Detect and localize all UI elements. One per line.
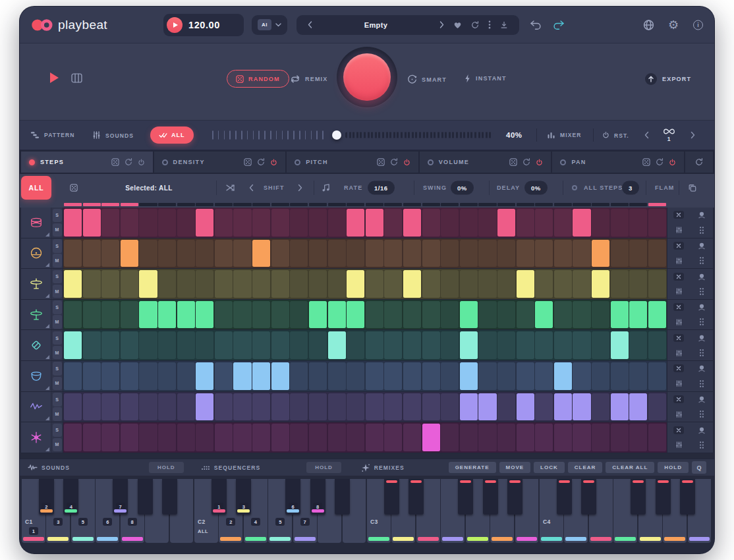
step-cell[interactable] <box>158 393 176 421</box>
step-cell[interactable] <box>177 301 195 329</box>
dice-icon[interactable] <box>244 158 252 166</box>
step-cell[interactable] <box>611 240 629 267</box>
step-cell[interactable] <box>629 240 647 267</box>
range-segment[interactable] <box>554 203 572 206</box>
step-cell[interactable] <box>177 424 195 451</box>
rate-value[interactable]: 1/16 <box>368 181 395 195</box>
step-cell[interactable] <box>629 393 647 421</box>
step-cell[interactable] <box>497 270 515 298</box>
step-cell[interactable] <box>158 270 176 298</box>
step-cell[interactable] <box>441 270 459 298</box>
step-cell[interactable] <box>215 270 233 298</box>
range-segment[interactable] <box>64 203 82 206</box>
solo-button[interactable]: S <box>53 362 62 376</box>
step-cell[interactable] <box>328 209 346 237</box>
swap-shuffle-icon[interactable] <box>225 184 235 192</box>
step-cell[interactable] <box>252 393 270 421</box>
step-cell[interactable] <box>139 424 157 451</box>
range-segment[interactable] <box>158 203 176 206</box>
range-segment[interactable] <box>252 203 270 206</box>
black-key[interactable] <box>631 479 646 515</box>
black-key[interactable] <box>581 479 596 515</box>
step-cell[interactable] <box>309 209 327 237</box>
step-cell[interactable] <box>592 240 609 267</box>
step-cell[interactable] <box>290 424 308 451</box>
bpm-value[interactable]: 120.00 <box>188 20 220 30</box>
step-cell[interactable] <box>158 424 176 451</box>
step-cell[interactable] <box>101 240 119 267</box>
step-cell[interactable] <box>347 331 364 359</box>
step-cell[interactable] <box>592 424 609 451</box>
step-cell[interactable] <box>554 362 572 390</box>
step-cell[interactable] <box>422 240 440 267</box>
black-key[interactable] <box>507 479 522 515</box>
mute-button[interactable]: M <box>53 223 62 237</box>
step-cell[interactable] <box>83 270 101 298</box>
range-segment[interactable] <box>384 203 402 206</box>
step-cell[interactable] <box>478 301 496 329</box>
step-cell[interactable] <box>611 270 629 298</box>
step-cell[interactable] <box>290 331 308 359</box>
step-cell[interactable] <box>629 270 647 298</box>
power-icon[interactable] <box>270 159 277 166</box>
range-segment[interactable] <box>233 203 251 206</box>
preset-next-button[interactable] <box>435 21 449 28</box>
step-cell[interactable] <box>384 331 402 359</box>
dice-icon[interactable] <box>509 158 517 166</box>
solo-button[interactable]: S <box>53 209 62 223</box>
step-cell[interactable] <box>517 393 534 421</box>
range-segment[interactable] <box>215 203 233 206</box>
info-icon[interactable]: i <box>693 20 703 30</box>
step-cell[interactable] <box>101 209 119 237</box>
clear-button[interactable]: CLEAR <box>568 462 603 473</box>
step-cell[interactable] <box>422 209 440 237</box>
range-segment[interactable] <box>196 203 213 206</box>
undo-button[interactable] <box>530 20 542 30</box>
clear-track-button[interactable] <box>667 422 691 437</box>
step-cell[interactable] <box>478 240 496 267</box>
step-cell[interactable] <box>441 393 459 421</box>
step-cell[interactable] <box>64 209 82 237</box>
step-cell[interactable] <box>535 301 553 329</box>
mute-button[interactable]: M <box>53 285 62 298</box>
step-cell[interactable] <box>592 331 609 359</box>
step-cell[interactable] <box>309 240 327 267</box>
step-cell[interactable] <box>64 240 82 267</box>
step-cell[interactable] <box>384 362 402 390</box>
step-cell[interactable] <box>366 301 383 329</box>
all-rows-tab[interactable]: ALL <box>21 176 51 200</box>
loop-icon[interactable] <box>257 158 265 166</box>
power-icon[interactable] <box>138 159 145 166</box>
main-trigger-button[interactable] <box>343 53 391 101</box>
step-cell[interactable] <box>347 393 364 421</box>
step-cell[interactable] <box>139 240 157 267</box>
step-cell[interactable] <box>121 301 138 329</box>
hihat-icon[interactable] <box>21 300 51 330</box>
clear-track-button[interactable] <box>667 361 691 376</box>
range-segment[interactable] <box>101 203 119 206</box>
burst-icon[interactable] <box>21 422 51 453</box>
step-cell[interactable] <box>648 331 666 359</box>
step-cell[interactable] <box>554 270 572 298</box>
step-cell[interactable] <box>648 270 666 298</box>
step-cell[interactable] <box>196 424 213 451</box>
step-cell[interactable] <box>366 209 383 237</box>
step-cell[interactable] <box>441 209 459 237</box>
step-cell[interactable] <box>121 240 138 267</box>
mute-button[interactable]: M <box>53 438 62 452</box>
step-cell[interactable] <box>497 301 515 329</box>
step-cell[interactable] <box>478 331 496 359</box>
loop-icon[interactable] <box>125 158 132 166</box>
loop-next-button[interactable] <box>688 129 698 142</box>
range-segment[interactable] <box>328 203 346 206</box>
range-segment[interactable] <box>403 203 421 206</box>
step-cell[interactable] <box>158 362 176 390</box>
step-cell[interactable] <box>290 240 308 267</box>
step-cell[interactable] <box>233 270 251 298</box>
step-cell[interactable] <box>252 301 270 329</box>
step-cell[interactable] <box>139 270 157 298</box>
step-cell[interactable] <box>611 331 629 359</box>
black-key[interactable]: 8 <box>310 479 325 515</box>
step-cell[interactable] <box>517 240 534 267</box>
step-cell[interactable] <box>554 240 572 267</box>
